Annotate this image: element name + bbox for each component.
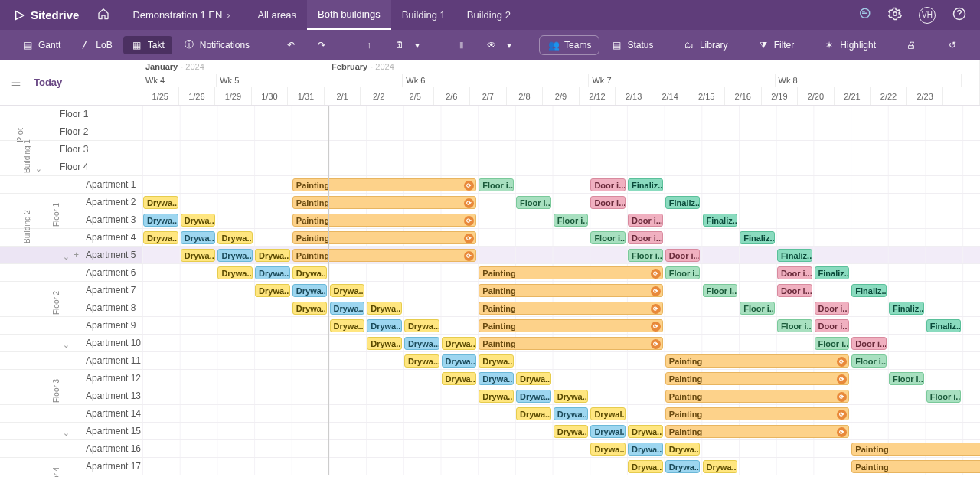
task-floor[interactable]: Floor i... — [665, 266, 701, 279]
task-drywall[interactable]: Drywa... — [292, 284, 328, 297]
home-icon[interactable] — [97, 8, 109, 22]
grid-row[interactable]: Drywa...Drywa...Drywa...Painting⟳Floor i… — [142, 264, 980, 282]
task-door2[interactable]: Door i... — [815, 302, 850, 315]
task-finalize[interactable]: Finaliz... — [665, 196, 701, 209]
grid-row[interactable]: Drywa...Drywa...Drywa...Painting — [142, 440, 980, 458]
task-door[interactable]: Door i... — [628, 214, 663, 227]
caret-icon[interactable]: ⌃ — [63, 339, 70, 349]
tree-row[interactable]: Floor 2 — [0, 123, 142, 141]
gantt-button[interactable]: ▤Gantt — [14, 36, 68, 54]
caret-icon[interactable]: ⌃ — [63, 427, 70, 437]
task-drywall2[interactable]: Drywal... — [590, 407, 626, 420]
grid-row[interactable] — [142, 123, 980, 141]
task-drywall[interactable]: Drywa... — [554, 425, 589, 438]
task-floor[interactable]: Floor i... — [815, 337, 850, 350]
tab-building-1[interactable]: Building 1 — [391, 0, 456, 30]
caret-icon[interactable]: ⌃ — [35, 163, 42, 173]
task-floor[interactable]: Floor i... — [703, 284, 738, 297]
task-painting[interactable]: Painting⟳ — [479, 266, 663, 279]
brand-logo[interactable]: Sitedrive — [14, 8, 79, 21]
tree-row[interactable]: Apartment 16 — [0, 440, 142, 458]
tree-row[interactable]: Apartment 12 — [0, 370, 142, 387]
task-door[interactable]: Door i... — [628, 231, 663, 244]
grid-row[interactable]: Drywa...Drywa...Painting⟳Floor i...Door … — [142, 211, 980, 229]
task-drywall[interactable]: Drywa... — [181, 231, 216, 244]
grid-row[interactable]: Drywa...Painting⟳Floor i...Door i...Fina… — [142, 194, 980, 211]
help-icon[interactable] — [952, 7, 966, 23]
task-door[interactable]: Door i... — [590, 196, 626, 209]
task-drywall[interactable]: Drywa... — [516, 372, 551, 385]
tree-row[interactable]: Apartment 10 — [0, 335, 142, 352]
chat-icon[interactable] — [858, 7, 871, 23]
redo-button[interactable]: ↷ — [308, 36, 335, 54]
breadcrumb[interactable]: Demonstration 1 EN › — [132, 9, 230, 21]
tree-row[interactable]: Floor 4 — [0, 158, 142, 176]
takt-button[interactable]: ▦Takt — [123, 36, 172, 54]
task-finalize[interactable]: Finaliz... — [740, 231, 775, 244]
status-button[interactable]: ▤Status — [603, 36, 661, 54]
task-floor[interactable]: Floor i... — [851, 354, 887, 368]
task-drywall[interactable]: Drywa... — [181, 249, 216, 262]
task-painting[interactable]: Painting⟳ — [479, 337, 663, 350]
task-drywall[interactable]: Drywa... — [292, 266, 328, 279]
caret-icon[interactable]: ⌃ — [63, 251, 70, 261]
teams-button[interactable]: 👥Teams — [539, 35, 599, 55]
task-painting[interactable]: Painting⟳ — [665, 372, 850, 385]
tree-row[interactable]: Apartment 4 — [0, 229, 142, 247]
settings-icon[interactable] — [888, 7, 902, 23]
library-button[interactable]: 🗂Library — [675, 36, 736, 54]
schedule-grid[interactable]: Painting⟳Floor i...Door i...Finaliz...Dr… — [142, 106, 980, 475]
task-finalize[interactable]: Finaliz... — [851, 284, 887, 297]
tree-row[interactable]: Apartment 17 — [0, 458, 142, 475]
task-drywall[interactable]: Drywa... — [217, 249, 253, 262]
grid-row[interactable]: Drywa...Drywa...Drywa...Painting — [142, 458, 980, 475]
notifications-button[interactable]: ⓘNotifications — [175, 36, 257, 54]
task-painting[interactable]: Painting⟳ — [292, 196, 477, 209]
task-drywall[interactable]: Drywa... — [255, 249, 290, 262]
task-drywall[interactable]: Drywa... — [255, 284, 290, 297]
grid-row[interactable]: Drywa...Drywa...Drywa...Painting⟳Floor i… — [142, 299, 980, 317]
task-painting[interactable]: Painting⟳ — [292, 249, 477, 262]
task-finalize[interactable]: Finaliz... — [926, 319, 962, 332]
tree-row[interactable]: Apartment 14 — [0, 405, 142, 423]
schedule-main[interactable]: January· 2024February· 2024 Wk 4Wk 5Wk 6… — [142, 60, 980, 477]
up-button[interactable]: ↑ — [355, 36, 383, 54]
grid-row[interactable]: Drywa...Drywal...Drywa...Painting⟳ — [142, 423, 980, 440]
task-door[interactable]: Door i... — [665, 249, 701, 262]
tree-row[interactable]: Apartment 15 — [0, 423, 142, 440]
task-painting[interactable]: Painting⟳ — [479, 302, 663, 315]
tree-row[interactable]: Apartment 9 — [0, 317, 142, 335]
tree-row[interactable]: Apartment 2 — [0, 194, 142, 211]
task-drywall[interactable]: Drywa... — [292, 302, 328, 315]
task-painting[interactable]: Painting⟳ — [292, 214, 477, 227]
task-painting[interactable]: Painting⟳ — [479, 284, 663, 297]
task-floor[interactable]: Floor i... — [516, 196, 551, 209]
task-drywall[interactable]: Drywa... — [479, 354, 514, 368]
task-floor[interactable]: Floor i... — [554, 214, 589, 227]
task-floor[interactable]: Floor i... — [628, 249, 663, 262]
task-door[interactable]: Door i... — [590, 178, 626, 191]
task-drywall[interactable]: Drywa... — [479, 390, 514, 403]
calendar-button[interactable]: 🗓▾ — [386, 36, 427, 54]
task-painting[interactable]: Painting⟳ — [665, 425, 850, 438]
task-painting[interactable]: Painting⟳ — [292, 178, 477, 191]
task-painting[interactable]: Painting⟳ — [665, 354, 850, 368]
tab-all-areas[interactable]: All areas — [247, 0, 307, 30]
grid-row[interactable]: Drywa...Drywa...Drywa...Painting⟳Floor i… — [142, 335, 980, 352]
task-drywall[interactable]: Drywa... — [554, 407, 589, 420]
task-door[interactable]: Door i... — [777, 284, 812, 297]
task-drywall[interactable]: Drywa... — [404, 354, 439, 368]
task-door2[interactable]: Door i... — [815, 319, 850, 332]
task-drywall[interactable]: Drywa... — [665, 460, 701, 473]
task-floor[interactable]: Floor i... — [590, 231, 626, 244]
task-drywall[interactable]: Drywa... — [143, 196, 178, 209]
grid-row[interactable] — [142, 158, 980, 176]
task-drywall[interactable]: Drywa... — [442, 337, 477, 350]
grid-row[interactable]: Drywa...Drywa...Drywa...Painting⟳Floor i… — [142, 387, 980, 405]
task-drywall[interactable]: Drywa... — [367, 302, 402, 315]
task-floor[interactable]: Floor i... — [889, 372, 924, 385]
today-button[interactable]: Today — [0, 60, 142, 106]
grid-row[interactable]: Drywa...Drywa...Drywal...Painting⟳ — [142, 405, 980, 423]
grid-row[interactable] — [142, 106, 980, 123]
task-door[interactable]: Door i... — [851, 337, 887, 350]
